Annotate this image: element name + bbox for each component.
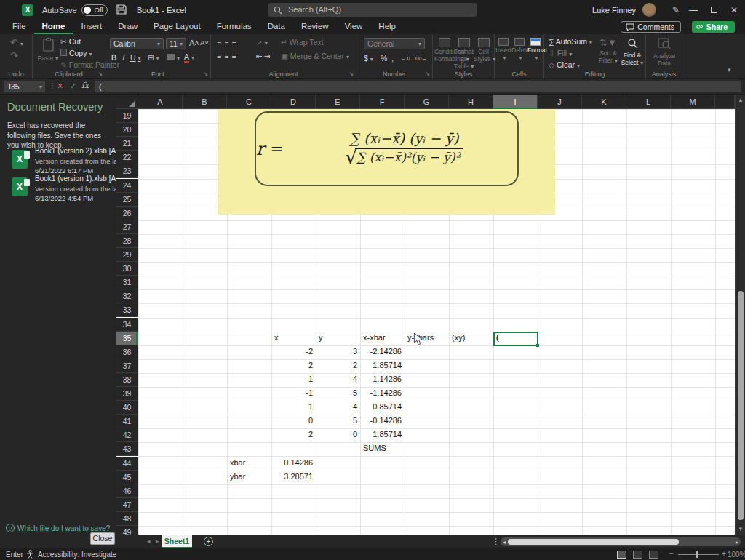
row-header-49[interactable]: 49 bbox=[116, 526, 138, 535]
cell-E42[interactable]: 0 bbox=[316, 428, 360, 442]
zoom-slider-thumb[interactable] bbox=[696, 551, 698, 558]
row-header-32[interactable]: 32 bbox=[116, 289, 138, 303]
row-header-38[interactable]: 38 bbox=[116, 373, 138, 387]
row-header-44[interactable]: 44 bbox=[116, 457, 138, 471]
grow-font-icon[interactable]: A˄ bbox=[189, 39, 199, 47]
recovered-file-item[interactable]: X Book1 (version 1).xlsb [Aut... Version… bbox=[7, 175, 113, 205]
tab-data[interactable]: Data bbox=[260, 20, 293, 34]
cell-C45[interactable]: ybar bbox=[227, 471, 271, 484]
recovered-file-item[interactable]: X Book1 (version 2).xlsb [Aut... Version… bbox=[7, 147, 113, 177]
copy-button[interactable]: Copy▾ bbox=[60, 49, 92, 57]
font-name-combo[interactable]: Calibri▾ bbox=[110, 38, 164, 49]
cell-E37[interactable]: 2 bbox=[316, 359, 360, 373]
cell-D38[interactable]: -1 bbox=[271, 373, 316, 387]
clear-button[interactable]: ◇ Clear▾ bbox=[549, 60, 580, 69]
column-header-D[interactable]: D bbox=[271, 95, 316, 109]
insert-cells-button[interactable]: Insert▾ bbox=[495, 38, 511, 62]
cell-G35[interactable]: y-ybars bbox=[405, 332, 449, 345]
sheet-tab-sheet1[interactable]: Sheet1 bbox=[162, 535, 192, 548]
column-header-E[interactable]: E bbox=[316, 95, 360, 109]
font-size-combo[interactable]: 11▾ bbox=[166, 38, 186, 49]
ribbon-display-options-icon[interactable]: ✎ bbox=[672, 5, 680, 15]
font-color-icon[interactable]: A▾ bbox=[184, 52, 194, 61]
minimize-button[interactable]: — bbox=[682, 0, 704, 20]
cell-E40[interactable]: 4 bbox=[316, 401, 360, 415]
tab-file[interactable]: File bbox=[4, 20, 34, 34]
cut-button[interactable]: ✂ Cut bbox=[60, 37, 81, 46]
horizontal-scrollbar[interactable]: ◂ ▸ bbox=[501, 537, 741, 546]
decrease-decimal-icon[interactable]: .00→ bbox=[414, 55, 427, 62]
orientation-icon[interactable]: ↗▾ bbox=[256, 38, 268, 47]
row-header-35[interactable]: 35 bbox=[116, 332, 138, 345]
cell-E39[interactable]: 5 bbox=[316, 387, 360, 401]
scroll-up-icon[interactable]: ▲ bbox=[736, 97, 745, 103]
increase-decimal-icon[interactable]: ←.0 bbox=[400, 55, 410, 62]
alignment-dialog-launcher-icon[interactable]: ↘ bbox=[348, 71, 354, 77]
tab-home[interactable]: Home bbox=[34, 20, 73, 34]
row-header-33[interactable]: 33 bbox=[116, 303, 138, 317]
number-dialog-launcher-icon[interactable]: ↘ bbox=[425, 71, 430, 77]
cell-F43[interactable]: SUMS bbox=[360, 442, 405, 456]
row-header-42[interactable]: 42 bbox=[116, 428, 138, 442]
column-header-J[interactable]: J bbox=[538, 95, 582, 109]
close-window-button[interactable]: ✕ bbox=[723, 0, 745, 20]
column-header-H[interactable]: H bbox=[449, 95, 493, 109]
comments-button[interactable]: Comments bbox=[621, 21, 681, 33]
row-header-25[interactable]: 25 bbox=[116, 193, 138, 207]
column-header-L[interactable]: L bbox=[626, 95, 671, 109]
select-all-button[interactable] bbox=[116, 95, 138, 109]
insert-function-icon[interactable]: fx bbox=[81, 81, 89, 90]
analyze-data-button[interactable]: Analyze Data bbox=[651, 38, 677, 67]
maximize-button[interactable] bbox=[703, 0, 725, 20]
row-header-29[interactable]: 29 bbox=[116, 248, 138, 262]
cell-D37[interactable]: 2 bbox=[271, 359, 316, 373]
row-header-23[interactable]: 23 bbox=[116, 164, 138, 178]
embedded-formula-image[interactable]: r = ∑ (xᵢ−x̄) (yᵢ − ȳ) √∑ (xᵢ−x̄)²(yᵢ − … bbox=[218, 109, 555, 215]
bold-button[interactable]: B bbox=[111, 53, 117, 62]
scroll-down-icon[interactable]: ▼ bbox=[736, 526, 745, 532]
find-select-button[interactable]: Find & Select▾ bbox=[620, 38, 645, 66]
redo-icon[interactable]: ↷ bbox=[10, 50, 18, 61]
percent-icon[interactable]: % bbox=[381, 54, 387, 63]
row-header-47[interactable]: 47 bbox=[116, 498, 138, 512]
row-header-31[interactable]: 31 bbox=[116, 276, 138, 289]
cell-D40[interactable]: 1 bbox=[271, 401, 316, 415]
cell-C44[interactable]: xbar bbox=[227, 457, 271, 471]
collapse-ribbon-icon[interactable]: ▾ bbox=[728, 66, 731, 73]
cell-F40[interactable]: 0.85714 bbox=[360, 401, 405, 415]
format-cells-button[interactable]: Format▾ bbox=[527, 38, 543, 62]
delete-cells-button[interactable]: Delete▾ bbox=[511, 38, 527, 62]
cell-D36[interactable]: -2 bbox=[271, 345, 316, 359]
column-header-A[interactable]: A bbox=[138, 95, 183, 109]
cancel-entry-icon[interactable]: ✕ bbox=[57, 81, 63, 91]
column-header-M[interactable]: M bbox=[671, 95, 715, 109]
cell-F39[interactable]: -1.14286 bbox=[360, 387, 405, 401]
vertical-scrollbar[interactable]: ▲ ▼ bbox=[735, 95, 745, 535]
paste-button[interactable]: Paste▾ bbox=[37, 38, 59, 63]
font-dialog-launcher-icon[interactable]: ↘ bbox=[203, 71, 208, 77]
row-header-22[interactable]: 22 bbox=[116, 151, 138, 164]
which-file-help-link[interactable]: ?Which file do I want to save? bbox=[6, 524, 110, 532]
merge-center-button[interactable]: ▣ Merge & Center▾ bbox=[281, 52, 349, 60]
tab-review[interactable]: Review bbox=[293, 20, 337, 34]
autosave-toggle[interactable]: Off bbox=[81, 4, 108, 16]
horizontal-align-icons[interactable]: ≡≡≡ bbox=[217, 52, 239, 60]
format-as-table-button[interactable]: Format as Table▾ bbox=[454, 38, 474, 70]
share-button[interactable]: Share bbox=[692, 21, 735, 33]
column-header-C[interactable]: C bbox=[227, 95, 271, 109]
next-sheet-icon[interactable]: ▸ bbox=[156, 537, 159, 545]
column-header-F[interactable]: F bbox=[360, 95, 405, 109]
underline-button[interactable]: U▾ bbox=[130, 53, 141, 62]
column-header-I[interactable]: I bbox=[493, 95, 538, 109]
vertical-align-icons[interactable]: ≡≡≡ bbox=[217, 38, 239, 47]
column-header-B[interactable]: B bbox=[183, 95, 227, 109]
scroll-left-icon[interactable]: ◂ bbox=[503, 539, 506, 545]
tab-formulas[interactable]: Formulas bbox=[209, 20, 260, 34]
cell-F35[interactable]: x-xbar bbox=[360, 332, 405, 345]
row-header-24[interactable]: 24 bbox=[116, 179, 138, 193]
new-sheet-icon[interactable]: + bbox=[204, 537, 213, 546]
search-input[interactable]: Search (Alt+Q) bbox=[268, 3, 477, 17]
cell-F38[interactable]: -1.14286 bbox=[360, 373, 405, 387]
tab-view[interactable]: View bbox=[337, 20, 371, 34]
row-header-19[interactable]: 19 bbox=[116, 109, 138, 123]
